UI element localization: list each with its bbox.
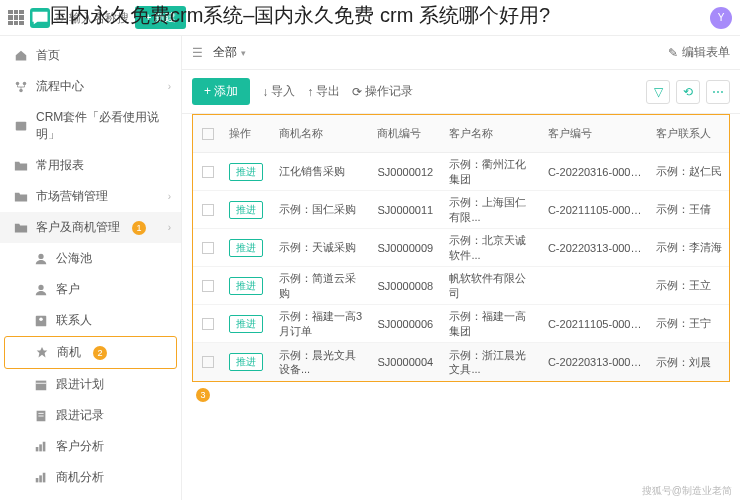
cell-code: SJ0000012 — [371, 162, 443, 182]
user-icon — [34, 283, 48, 297]
folder-icon — [14, 190, 28, 204]
push-button[interactable]: 推进 — [229, 353, 263, 371]
row-checkbox[interactable] — [202, 166, 214, 178]
sidebar-item-label: 联系人 — [56, 312, 92, 329]
sidebar-item-label: 客户分析 — [56, 438, 104, 455]
sidebar-item-3[interactable]: 常用报表 — [0, 150, 181, 181]
table-header-cell: 操作 — [223, 122, 273, 145]
sidebar-item-6[interactable]: 公海池 — [0, 243, 181, 274]
apps-icon[interactable] — [8, 10, 24, 26]
cell-name: 示例：国仁采购 — [273, 198, 371, 220]
row-checkbox[interactable] — [202, 280, 214, 292]
cell-name: 示例：晨光文具设备... — [273, 344, 371, 381]
log-button[interactable]: ⟳ 操作记录 — [352, 83, 413, 100]
table-row[interactable]: 推进示例：天诚采购SJ0000009示例：北京天诚软件...C-20220313… — [193, 229, 729, 267]
cell-contact: 示例：王倩 — [650, 198, 729, 221]
sidebar-item-label: 跟进计划 — [56, 376, 104, 393]
cell-ccode: C-20220313-0000004 — [542, 352, 650, 372]
sidebar-item-1[interactable]: 流程中心› — [0, 71, 181, 102]
view-selector[interactable]: 全部 ▾ — [213, 44, 246, 61]
sidebar-item-14[interactable]: 产品报价管理› — [0, 493, 181, 500]
cell-cust: 示例：浙江晨光文具... — [443, 344, 541, 381]
sidebar-item-label: 客户及商机管理 — [36, 219, 120, 236]
svg-rect-15 — [43, 472, 46, 482]
chevron-right-icon: › — [168, 81, 171, 92]
table-header-cell — [193, 124, 223, 144]
sidebar-item-4[interactable]: 市场营销管理› — [0, 181, 181, 212]
sidebar-item-label: 市场营销管理 — [36, 188, 108, 205]
cell-code: SJ0000004 — [371, 352, 443, 372]
table-row[interactable]: 推进示例：晨光文具设备...SJ0000004示例：浙江晨光文具...C-202… — [193, 343, 729, 381]
push-button[interactable]: 推进 — [229, 201, 263, 219]
badge: 2 — [93, 346, 107, 360]
svg-rect-10 — [36, 447, 39, 451]
sidebar-item-10[interactable]: 跟进计划 — [0, 369, 181, 400]
chevron-right-icon: › — [168, 222, 171, 233]
table-row[interactable]: 推进示例：福建一高3月订单SJ0000006示例：福建一高集团C-2021110… — [193, 305, 729, 343]
cell-name: 示例：简道云采购 — [273, 267, 371, 304]
sidebar-item-8[interactable]: 联系人 — [0, 305, 181, 336]
chevron-down-icon: ▾ — [241, 48, 246, 58]
cell-cust: 帆软软件有限公司 — [443, 267, 541, 304]
sidebar-item-5[interactable]: 客户及商机管理1› — [0, 212, 181, 243]
row-checkbox[interactable] — [202, 318, 214, 330]
avatar[interactable]: Y — [710, 7, 732, 29]
filter-icon[interactable]: ▽ — [646, 80, 670, 104]
edit-form-button[interactable]: ✎ 编辑表单 — [668, 44, 730, 61]
svg-point-4 — [38, 253, 43, 258]
sidebar-item-label: 跟进记录 — [56, 407, 104, 424]
select-all-checkbox[interactable] — [202, 128, 214, 140]
push-button[interactable]: 推进 — [229, 239, 263, 257]
sidebar-item-9[interactable]: 商机2 — [4, 336, 177, 369]
sidebar-item-11[interactable]: 跟进记录 — [0, 400, 181, 431]
cell-name: 示例：天诚采购 — [273, 236, 371, 258]
view-label: 全部 — [213, 44, 237, 61]
svg-point-0 — [16, 81, 20, 85]
table-row[interactable]: 推进示例：国仁采购SJ0000011示例：上海国仁有限...C-20211105… — [193, 191, 729, 229]
row-checkbox[interactable] — [202, 242, 214, 254]
svg-rect-8 — [36, 380, 47, 390]
cell-contact: 示例：赵仁民 — [650, 160, 729, 183]
add-button[interactable]: + 添加 — [192, 78, 250, 105]
new-button[interactable]: + 新建 — [135, 6, 186, 29]
push-button[interactable]: 推进 — [229, 315, 263, 333]
sidebar-item-0[interactable]: 首页 — [0, 40, 181, 71]
cell-contact: 示例：王立 — [650, 274, 729, 297]
refresh-icon[interactable]: ⟲ — [676, 80, 700, 104]
sidebar-item-13[interactable]: 商机分析 — [0, 462, 181, 493]
list-icon[interactable]: ☰ — [192, 46, 203, 60]
sidebar-item-label: 商机分析 — [56, 469, 104, 486]
svg-point-2 — [19, 88, 23, 92]
table-row[interactable]: 推进示例：简道云采购SJ0000008帆软软件有限公司示例：王立 — [193, 267, 729, 305]
cell-code: SJ0000011 — [371, 200, 443, 220]
push-button[interactable]: 推进 — [229, 277, 263, 295]
cell-code: SJ0000008 — [371, 276, 443, 296]
sidebar-item-2[interactable]: CRM套件「必看使用说明」 — [0, 102, 181, 150]
search-area: ⎋ + 新建 — [56, 6, 704, 29]
svg-rect-3 — [16, 122, 27, 131]
sidebar-item-7[interactable]: 客户 — [0, 274, 181, 305]
cell-contact: 示例：王宁 — [650, 312, 729, 335]
cell-ccode — [542, 282, 650, 290]
export-button[interactable]: ↑ 导出 — [307, 83, 340, 100]
table-header-cell: 客户名称 — [443, 122, 541, 145]
record-icon — [34, 409, 48, 423]
row-checkbox[interactable] — [202, 356, 214, 368]
table-row[interactable]: 推进江化销售采购SJ0000012示例：衢州江化集团C-20220316-000… — [193, 153, 729, 191]
chat-icon[interactable] — [30, 8, 50, 28]
import-button[interactable]: ↓ 导入 — [262, 83, 295, 100]
row-checkbox[interactable] — [202, 204, 214, 216]
sidebar-item-label: CRM套件「必看使用说明」 — [36, 109, 171, 143]
table-header-cell: 客户编号 — [542, 122, 650, 145]
cell-ccode: C-20211105-0000004 — [542, 314, 650, 334]
push-button[interactable]: 推进 — [229, 163, 263, 181]
more-icon[interactable]: ⋯ — [706, 80, 730, 104]
svg-rect-12 — [43, 441, 46, 451]
table-header: 操作商机名称商机编号客户名称客户编号客户联系人 — [193, 115, 729, 153]
svg-rect-13 — [36, 478, 39, 482]
search-input[interactable] — [69, 11, 129, 25]
folder-icon — [14, 221, 28, 235]
kit-icon — [14, 119, 28, 133]
main: ☰ 全部 ▾ ✎ 编辑表单 + 添加 ↓ 导入 ↑ 导出 ⟳ 操作记录 ▽ ⟲ … — [182, 36, 740, 500]
sidebar-item-12[interactable]: 客户分析 — [0, 431, 181, 462]
